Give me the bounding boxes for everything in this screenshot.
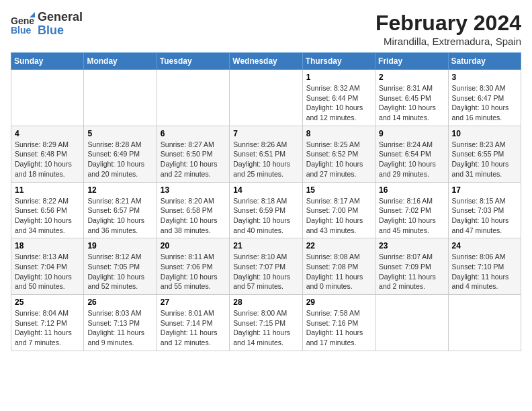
calendar-day-cell: 11Sunrise: 8:22 AM Sunset: 6:56 PM Dayli…: [11, 182, 84, 238]
calendar-day-cell: 12Sunrise: 8:21 AM Sunset: 6:57 PM Dayli…: [84, 182, 157, 238]
day-info: Sunrise: 8:29 AM Sunset: 6:48 PM Dayligh…: [15, 140, 80, 179]
calendar-day-cell: 4Sunrise: 8:29 AM Sunset: 6:48 PM Daylig…: [11, 126, 84, 182]
day-number: 21: [233, 241, 298, 250]
day-number: 6: [161, 129, 226, 138]
day-info: Sunrise: 8:27 AM Sunset: 6:50 PM Dayligh…: [161, 140, 226, 179]
logo-general: General: [38, 11, 83, 24]
day-info: Sunrise: 8:16 AM Sunset: 7:02 PM Dayligh…: [379, 196, 444, 236]
calendar-day-cell: 6Sunrise: 8:27 AM Sunset: 6:50 PM Daylig…: [157, 126, 229, 182]
calendar-day-cell: 3Sunrise: 8:30 AM Sunset: 6:47 PM Daylig…: [448, 70, 521, 126]
day-number: 19: [87, 241, 152, 250]
calendar-day-cell: 8Sunrise: 8:25 AM Sunset: 6:52 PM Daylig…: [302, 126, 375, 182]
day-number: 9: [379, 129, 444, 138]
calendar-day-cell: 27Sunrise: 8:01 AM Sunset: 7:14 PM Dayli…: [157, 295, 229, 351]
calendar-day-cell: 14Sunrise: 8:18 AM Sunset: 6:59 PM Dayli…: [230, 182, 302, 238]
day-number: 15: [306, 185, 371, 195]
calendar-day-cell: 20Sunrise: 8:11 AM Sunset: 7:06 PM Dayli…: [157, 238, 229, 295]
title-block: February 2024 Mirandilla, Extremadura, S…: [375, 11, 521, 47]
calendar-day-cell: 13Sunrise: 8:20 AM Sunset: 6:58 PM Dayli…: [157, 182, 229, 238]
day-info: Sunrise: 8:12 AM Sunset: 7:05 PM Dayligh…: [87, 252, 152, 291]
day-number: 12: [87, 185, 152, 195]
day-info: Sunrise: 8:21 AM Sunset: 6:57 PM Dayligh…: [87, 196, 152, 236]
calendar-day-cell: 29Sunrise: 7:58 AM Sunset: 7:16 PM Dayli…: [302, 295, 375, 351]
day-info: Sunrise: 8:11 AM Sunset: 7:06 PM Dayligh…: [161, 252, 226, 291]
calendar-day-cell: [230, 70, 302, 126]
day-number: 26: [87, 298, 152, 307]
day-number: 23: [379, 241, 444, 250]
day-info: Sunrise: 8:18 AM Sunset: 6:59 PM Dayligh…: [233, 196, 298, 236]
day-info: Sunrise: 8:22 AM Sunset: 6:56 PM Dayligh…: [15, 196, 80, 236]
day-number: 16: [379, 185, 444, 195]
day-number: 20: [161, 241, 226, 250]
weekday-header: Monday: [84, 53, 157, 70]
day-info: Sunrise: 8:00 AM Sunset: 7:15 PM Dayligh…: [233, 308, 298, 348]
calendar-day-cell: 28Sunrise: 8:00 AM Sunset: 7:15 PM Dayli…: [230, 295, 302, 351]
calendar-day-cell: 7Sunrise: 8:26 AM Sunset: 6:51 PM Daylig…: [230, 126, 302, 182]
day-number: 4: [15, 129, 80, 138]
day-info: Sunrise: 8:08 AM Sunset: 7:08 PM Dayligh…: [306, 252, 371, 291]
svg-marker-2: [30, 12, 35, 17]
calendar-day-cell: 22Sunrise: 8:08 AM Sunset: 7:08 PM Dayli…: [302, 238, 375, 295]
day-info: Sunrise: 8:07 AM Sunset: 7:09 PM Dayligh…: [379, 252, 444, 291]
day-info: Sunrise: 8:25 AM Sunset: 6:52 PM Dayligh…: [306, 140, 371, 179]
weekday-header: Saturday: [448, 53, 521, 70]
calendar-day-cell: [448, 295, 521, 351]
day-number: 24: [452, 241, 517, 250]
logo: General Blue General Blue: [11, 11, 83, 38]
day-number: 7: [233, 129, 298, 138]
day-number: 14: [233, 185, 298, 195]
day-info: Sunrise: 8:30 AM Sunset: 6:47 PM Dayligh…: [452, 83, 517, 123]
weekday-header: Friday: [375, 53, 448, 70]
calendar-day-cell: [375, 295, 448, 351]
day-number: 22: [306, 241, 371, 250]
day-number: 2: [379, 73, 444, 82]
calendar-day-cell: 25Sunrise: 8:04 AM Sunset: 7:12 PM Dayli…: [11, 295, 84, 351]
day-number: 18: [15, 241, 80, 250]
day-number: 27: [161, 298, 226, 307]
day-info: Sunrise: 8:26 AM Sunset: 6:51 PM Dayligh…: [233, 140, 298, 179]
day-number: 3: [452, 73, 517, 82]
calendar-day-cell: 18Sunrise: 8:13 AM Sunset: 7:04 PM Dayli…: [11, 238, 84, 295]
day-info: Sunrise: 8:10 AM Sunset: 7:07 PM Dayligh…: [233, 252, 298, 291]
calendar-day-cell: 17Sunrise: 8:15 AM Sunset: 7:03 PM Dayli…: [448, 182, 521, 238]
day-number: 28: [233, 298, 298, 307]
day-number: 13: [161, 185, 226, 195]
weekday-header: Tuesday: [157, 53, 229, 70]
day-info: Sunrise: 8:03 AM Sunset: 7:13 PM Dayligh…: [87, 308, 152, 348]
calendar-day-cell: 5Sunrise: 8:28 AM Sunset: 6:49 PM Daylig…: [84, 126, 157, 182]
logo-blue: Blue: [38, 24, 83, 38]
calendar-week-row: 11Sunrise: 8:22 AM Sunset: 6:56 PM Dayli…: [11, 182, 521, 238]
weekday-header: Thursday: [302, 53, 375, 70]
month-title: February 2024: [375, 11, 521, 36]
calendar-day-cell: 21Sunrise: 8:10 AM Sunset: 7:07 PM Dayli…: [230, 238, 302, 295]
calendar-header: SundayMondayTuesdayWednesdayThursdayFrid…: [11, 53, 521, 70]
day-info: Sunrise: 8:20 AM Sunset: 6:58 PM Dayligh…: [161, 196, 226, 236]
weekday-header: Wednesday: [230, 53, 302, 70]
svg-text:Blue: Blue: [11, 25, 32, 36]
location: Mirandilla, Extremadura, Spain: [375, 36, 521, 47]
day-info: Sunrise: 8:13 AM Sunset: 7:04 PM Dayligh…: [15, 252, 80, 291]
calendar-table: SundayMondayTuesdayWednesdayThursdayFrid…: [11, 52, 521, 351]
calendar-week-row: 25Sunrise: 8:04 AM Sunset: 7:12 PM Dayli…: [11, 295, 521, 351]
day-info: Sunrise: 8:28 AM Sunset: 6:49 PM Dayligh…: [87, 140, 152, 179]
day-info: Sunrise: 7:58 AM Sunset: 7:16 PM Dayligh…: [306, 308, 371, 348]
calendar-day-cell: [157, 70, 229, 126]
day-number: 25: [15, 298, 80, 307]
day-number: 10: [452, 129, 517, 138]
day-info: Sunrise: 8:23 AM Sunset: 6:55 PM Dayligh…: [452, 140, 517, 179]
day-number: 29: [306, 298, 371, 307]
calendar-week-row: 4Sunrise: 8:29 AM Sunset: 6:48 PM Daylig…: [11, 126, 521, 182]
calendar-day-cell: 10Sunrise: 8:23 AM Sunset: 6:55 PM Dayli…: [448, 126, 521, 182]
calendar-body: 1Sunrise: 8:32 AM Sunset: 6:44 PM Daylig…: [11, 70, 521, 351]
day-number: 8: [306, 129, 371, 138]
day-info: Sunrise: 8:32 AM Sunset: 6:44 PM Dayligh…: [306, 83, 371, 123]
calendar-day-cell: 15Sunrise: 8:17 AM Sunset: 7:00 PM Dayli…: [302, 182, 375, 238]
logo-icon: General Blue: [11, 12, 35, 36]
day-info: Sunrise: 8:01 AM Sunset: 7:14 PM Dayligh…: [161, 308, 226, 348]
day-number: 11: [15, 185, 80, 195]
calendar-day-cell: 26Sunrise: 8:03 AM Sunset: 7:13 PM Dayli…: [84, 295, 157, 351]
calendar-week-row: 1Sunrise: 8:32 AM Sunset: 6:44 PM Daylig…: [11, 70, 521, 126]
day-info: Sunrise: 8:06 AM Sunset: 7:10 PM Dayligh…: [452, 252, 517, 291]
calendar-day-cell: [84, 70, 157, 126]
page-header: General Blue General Blue February 2024 …: [11, 11, 521, 47]
